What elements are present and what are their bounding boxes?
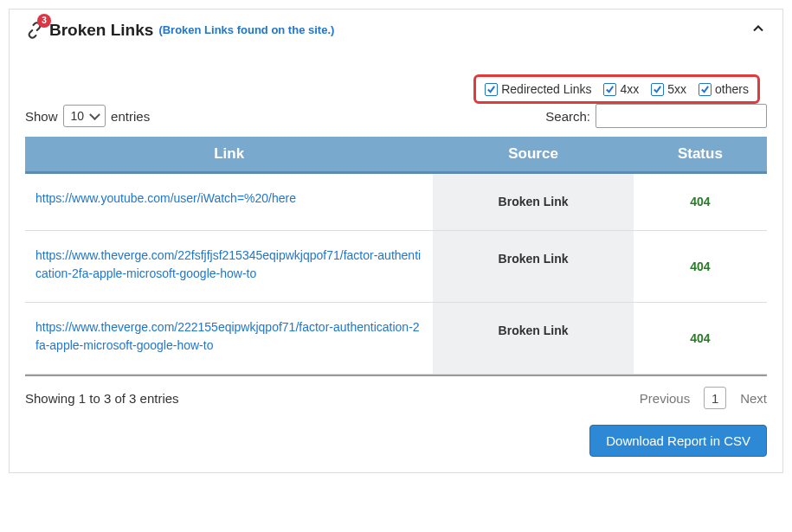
filter-label: 5xx xyxy=(667,82,686,96)
checkbox-icon xyxy=(485,83,498,96)
table-row: https://www.youtube.com/user/iWatch=%20/… xyxy=(25,173,767,231)
pagination: Previous 1 Next xyxy=(640,387,767,409)
panel-subtitle: (Broken Links found on the site.) xyxy=(158,23,334,36)
panel-header: 3 Broken Links (Broken Links found on th… xyxy=(10,10,782,47)
link-cell[interactable]: https://www.youtube.com/user/iWatch=%20/… xyxy=(25,173,433,231)
filter-label: 4xx xyxy=(620,82,639,96)
filter-label: others xyxy=(715,82,749,96)
status-cell: 404 xyxy=(634,231,767,303)
panel-title: Broken Links xyxy=(49,21,153,40)
search-input[interactable] xyxy=(596,104,767,128)
broken-link-icon: 3 xyxy=(25,21,44,40)
col-header-link[interactable]: Link xyxy=(25,137,433,173)
table-row: https://www.theverge.com/22fsfjfjsf21534… xyxy=(25,231,767,303)
search-control: Search: xyxy=(545,104,767,128)
broken-links-table: Link Source Status https://www.youtube.c… xyxy=(25,137,767,375)
source-cell: Broken Link xyxy=(433,303,633,375)
status-cell: 404 xyxy=(634,173,767,231)
page-number[interactable]: 1 xyxy=(704,387,726,409)
link-cell[interactable]: https://www.theverge.com/222155eqipwkjqp… xyxy=(25,303,433,375)
source-cell: Broken Link xyxy=(433,173,633,231)
download-csv-button[interactable]: Download Report in CSV xyxy=(589,425,767,457)
filter-5xx[interactable]: 5xx xyxy=(651,82,686,96)
checkbox-icon xyxy=(603,83,616,96)
page-size-control: Show 10 entries xyxy=(25,105,150,127)
table-footer: Showing 1 to 3 of 3 entries Previous 1 N… xyxy=(25,375,767,409)
next-button[interactable]: Next xyxy=(740,391,767,406)
link-cell[interactable]: https://www.theverge.com/22fsfjfjsf21534… xyxy=(25,231,433,303)
filter-redirected[interactable]: Redirected Links xyxy=(485,82,591,96)
filters-highlight-box: Redirected Links 4xx 5xx others xyxy=(473,74,760,104)
download-row: Download Report in CSV xyxy=(25,425,767,457)
search-label: Search: xyxy=(545,109,590,124)
table-row: https://www.theverge.com/222155eqipwkjqp… xyxy=(25,303,767,375)
status-cell: 404 xyxy=(634,303,767,375)
broken-links-panel: 3 Broken Links (Broken Links found on th… xyxy=(9,9,783,473)
panel-body: Redirected Links 4xx 5xx others Show 10 xyxy=(10,47,782,472)
table-header-row: Link Source Status xyxy=(25,137,767,173)
col-header-source[interactable]: Source xyxy=(433,137,633,173)
prev-button[interactable]: Previous xyxy=(640,391,690,406)
show-label: Show xyxy=(25,109,58,124)
badge-count: 3 xyxy=(37,14,51,28)
checkbox-icon xyxy=(651,83,664,96)
filter-label: Redirected Links xyxy=(501,82,591,96)
filter-4xx[interactable]: 4xx xyxy=(603,82,639,96)
page-size-value: 10 xyxy=(71,109,85,123)
showing-info: Showing 1 to 3 of 3 entries xyxy=(25,391,179,406)
checkbox-icon xyxy=(699,83,712,96)
page-size-select[interactable]: 10 xyxy=(63,105,106,127)
source-cell: Broken Link xyxy=(433,231,633,303)
entries-label: entries xyxy=(111,109,150,124)
collapse-toggle[interactable] xyxy=(750,20,767,40)
table-controls: Show 10 entries Search: xyxy=(25,104,767,128)
col-header-status[interactable]: Status xyxy=(634,137,767,173)
filter-others[interactable]: others xyxy=(699,82,749,96)
